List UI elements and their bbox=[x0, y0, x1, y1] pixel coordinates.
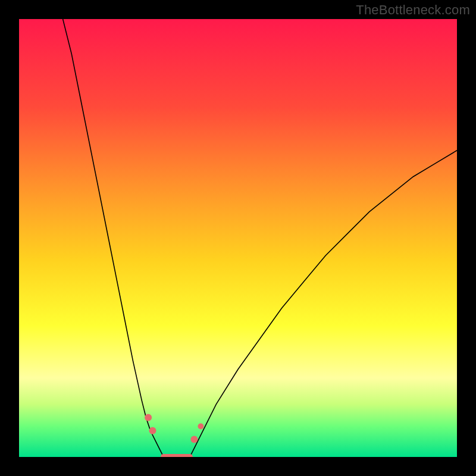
watermark-text: TheBottleneck.com bbox=[356, 2, 470, 18]
outer-frame: TheBottleneck.com bbox=[0, 0, 476, 476]
gradient-background bbox=[19, 19, 457, 457]
chart-plot bbox=[19, 19, 457, 457]
left-dot-2 bbox=[149, 427, 156, 434]
left-dot-1 bbox=[145, 414, 152, 421]
right-dot-2 bbox=[198, 423, 203, 429]
right-dot-1 bbox=[190, 436, 198, 443]
